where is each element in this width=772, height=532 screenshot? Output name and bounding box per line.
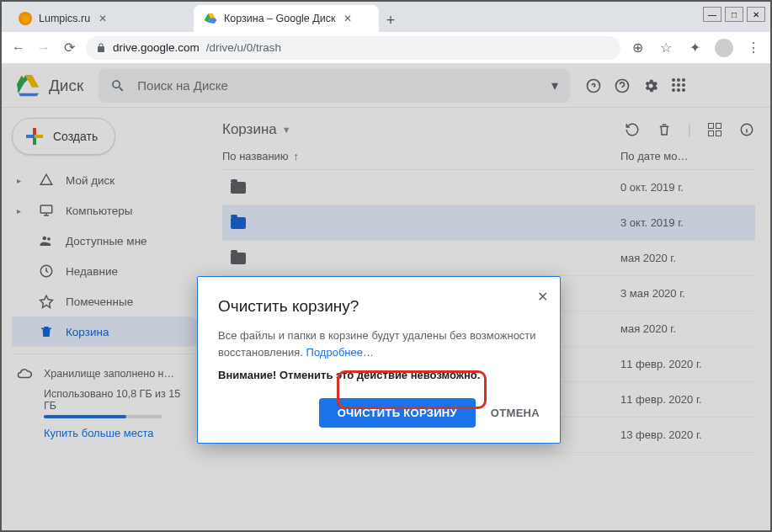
browser-window: — □ ✕ Lumpics.ru ✕ Корзина – Google Диск… [0,0,772,532]
tab-strip: Lumpics.ru ✕ Корзина – Google Диск ✕ + [2,2,770,32]
zoom-icon[interactable]: ⊕ [629,40,646,56]
minimize-button[interactable]: — [703,7,721,22]
window-controls: — □ ✕ [703,7,765,22]
reload-button[interactable]: ⟳ [61,40,77,56]
favicon-drive [204,12,217,25]
url-path: /drive/u/0/trash [206,41,281,54]
cancel-button[interactable]: ОТМЕНА [491,407,540,419]
learn-more-link[interactable]: Подробнее… [306,346,374,359]
menu-icon[interactable]: ⋮ [745,40,762,56]
app-content: Диск ▾ Создать [2,64,770,530]
extensions-icon[interactable]: ✦ [686,40,703,56]
dialog-actions: ОЧИСТИТЬ КОРЗИНУ ОТМЕНА [218,398,540,428]
dialog-close-button[interactable]: ✕ [537,289,548,305]
tab-title: Lumpics.ru [39,13,90,24]
dialog-body: Все файлы и папки в корзине будут удален… [218,327,540,360]
star-icon[interactable]: ☆ [658,40,674,56]
tab-close-icon[interactable]: ✕ [342,13,354,24]
forward-button[interactable]: → [35,40,52,56]
address-actions: ⊕ ☆ ✦ ⋮ [629,39,762,57]
tab-close-icon[interactable]: ✕ [97,13,109,24]
back-button[interactable]: ← [10,40,27,56]
dialog-title: Очистить корзину? [218,297,540,316]
maximize-button[interactable]: □ [725,7,743,22]
browser-tab-drive[interactable]: Корзина – Google Диск ✕ [194,5,379,32]
url-host: drive.google.com [113,41,200,54]
lock-icon [96,43,106,53]
tab-title: Корзина – Google Диск [224,13,335,24]
confirm-empty-trash-button[interactable]: ОЧИСТИТЬ КОРЗИНУ [319,398,476,428]
dialog-warning: Внимание! Отменить это действие невозмож… [218,369,540,381]
window-close-button[interactable]: ✕ [747,7,765,22]
empty-trash-dialog: Очистить корзину? ✕ Все файлы и папки в … [197,276,561,444]
url-field[interactable]: drive.google.com /drive/u/0/trash [86,36,620,60]
profile-avatar[interactable] [715,39,733,57]
address-bar: ← → ⟳ drive.google.com /drive/u/0/trash … [2,32,770,64]
new-tab-button[interactable]: + [379,8,402,32]
browser-tab-lumpics[interactable]: Lumpics.ru ✕ [8,5,194,32]
favicon-lumpics [19,12,32,25]
